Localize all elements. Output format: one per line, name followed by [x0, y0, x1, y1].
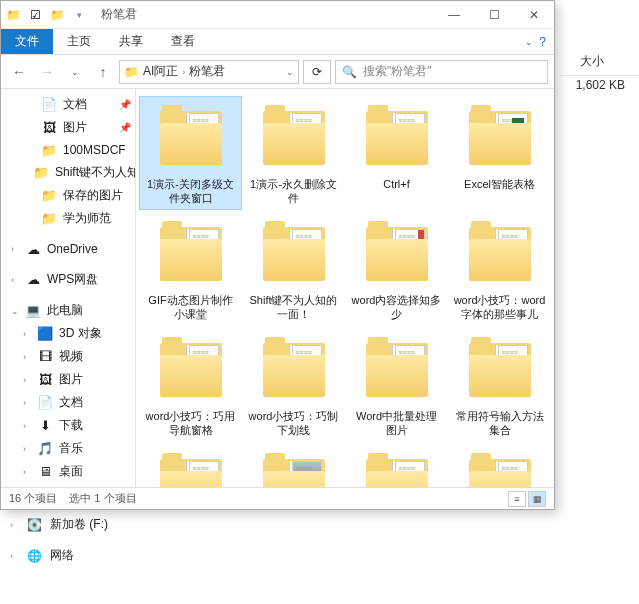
up-button[interactable]: ↑	[91, 60, 115, 84]
folder-item[interactable]: ≡≡≡≡≡≡≡≡≡≡≡≡word小技巧：巧用导航窗格	[140, 329, 241, 441]
item-icon: 📁	[41, 188, 57, 204]
folder-item[interactable]: ≡≡≡≡≡≡≡≡≡≡≡≡word小技巧：word字体的那些事儿	[449, 213, 550, 325]
item-label: word小技巧：word字体的那些事儿	[454, 293, 546, 321]
folder-thumbnail: ≡≡≡≡≡≡≡≡≡≡≡≡	[258, 333, 330, 405]
folder-item[interactable]: ≡≡≡≡≡≡≡≡≡≡≡≡	[449, 445, 550, 487]
tree-item[interactable]: ›☁OneDrive	[1, 238, 135, 260]
search-placeholder: 搜索"粉笔君"	[363, 63, 432, 80]
expand-ribbon-icon[interactable]: ⌄	[525, 37, 533, 47]
chevron-right-icon[interactable]: ›	[182, 67, 185, 77]
content-pane[interactable]: ≡≡≡≡≡≡≡≡≡≡≡≡1演示-关闭多级文件夹窗口≡≡≡≡≡≡≡≡≡≡≡≡1演示…	[136, 89, 554, 487]
view-switcher: ≡ ▦	[508, 491, 546, 507]
navbar: ← → ⌄ ↑ 📁 AI阿正 › 粉笔君 ⌄ ⟳ 🔍 搜索"粉笔君"	[1, 55, 554, 89]
folder-thumbnail: ≡≡≡≡≡≡≡≡≡≡≡≡	[464, 449, 536, 487]
chevron-icon: ›	[23, 329, 31, 339]
folder-item[interactable]: ≡≡≡≡≡≡≡≡≡≡≡≡1演示-关闭多级文件夹窗口	[140, 97, 241, 209]
tab-share[interactable]: 共享	[105, 29, 157, 54]
refresh-button[interactable]: ⟳	[303, 60, 331, 84]
item-label: 常用符号输入方法集合	[454, 409, 546, 437]
folder-item[interactable]: ≡≡≡≡≡≡≡≡≡≡≡≡word小技巧：巧制下划线	[243, 329, 344, 441]
folder-item[interactable]: ≡≡≡≡≡≡≡≡≡≡≡≡Shift键不为人知的一面！	[243, 213, 344, 325]
tree-item[interactable]: ›📄文档	[1, 391, 135, 414]
item-icon: ⬇	[37, 418, 53, 434]
folder-item[interactable]: ≡≡≡≡≡≡≡≡≡≡≡≡GIF动态图片制作小课堂	[140, 213, 241, 325]
item-icon: 🎵	[37, 441, 53, 457]
forward-button[interactable]: →	[35, 60, 59, 84]
network-icon: 🌐	[26, 548, 42, 564]
tab-file[interactable]: 文件	[1, 29, 53, 54]
folder-item[interactable]: ≡≡≡≡≡≡≡≡≡≡≡≡word内容选择知多少	[346, 213, 447, 325]
folder-thumbnail: ≡≡≡≡≡≡≡≡≡≡≡≡	[361, 101, 433, 173]
item-label: Excel智能表格	[464, 177, 535, 191]
minimize-button[interactable]: —	[434, 1, 474, 29]
tree-item[interactable]: ›🎵音乐	[1, 437, 135, 460]
folder-item[interactable]: ≡≡≡≡≡≡≡≡≡≡≡≡Ctrl+f	[346, 97, 447, 209]
folder-thumbnail: ≡≡≡≡≡≡≡≡≡≡≡≡	[155, 217, 227, 289]
tree-item[interactable]: ›🖼图片	[1, 368, 135, 391]
details-view-button[interactable]: ≡	[508, 491, 526, 507]
background-tree: › 💽 新加卷 (F:) › 🌐 网络	[10, 516, 108, 564]
recent-dropdown-icon[interactable]: ⌄	[63, 60, 87, 84]
nav-tree[interactable]: 📄文档📌🖼图片📌📁100MSDCF📁Shift键不为人知📁保存的图片📁学为师范›…	[1, 89, 136, 487]
folder-item[interactable]: ≡≡≡≡≡≡≡≡≡≡≡≡Word中批量处理图片	[346, 329, 447, 441]
tree-item[interactable]: ›☁WPS网盘	[1, 268, 135, 291]
tree-item[interactable]: ›🎞视频	[1, 345, 135, 368]
body: 📄文档📌🖼图片📌📁100MSDCF📁Shift键不为人知📁保存的图片📁学为师范›…	[1, 89, 554, 487]
chevron-icon: ⌄	[11, 306, 19, 316]
folder-item[interactable]: ≡≡≡≡≡≡≡≡≡≡≡≡	[243, 445, 344, 487]
tree-label: 保存的图片	[63, 187, 123, 204]
tree-item[interactable]: ⌄💻此电脑	[1, 299, 135, 322]
item-label: word内容选择知多少	[351, 293, 443, 321]
tree-item[interactable]: 📁100MSDCF	[1, 139, 135, 161]
ribbon-help: ⌄ ?	[525, 29, 554, 54]
folder-item[interactable]: ≡≡≡≡≡≡≡≡≡≡≡≡Excel智能表格	[449, 97, 550, 209]
address-bar[interactable]: 📁 AI阿正 › 粉笔君 ⌄	[119, 60, 299, 84]
tab-home[interactable]: 主页	[53, 29, 105, 54]
pin-icon: 📌	[119, 99, 131, 110]
folder-thumbnail: ≡≡≡≡≡≡≡≡≡≡≡≡	[361, 449, 433, 487]
qat: 📁 ☑ 📁 ▾ 粉笔君	[1, 6, 137, 23]
bg-column-size[interactable]: 大小	[560, 48, 639, 76]
search-input[interactable]: 🔍 搜索"粉笔君"	[335, 60, 548, 84]
folder-item[interactable]: ≡≡≡≡≡≡≡≡≡≡≡≡	[346, 445, 447, 487]
tree-label: 学为师范	[63, 210, 111, 227]
qat-dropdown-icon[interactable]: ▾	[71, 7, 87, 23]
tree-item[interactable]: ›🟦3D 对象	[1, 322, 135, 345]
checkbox-icon[interactable]: ☑	[27, 7, 43, 23]
tab-view[interactable]: 查看	[157, 29, 209, 54]
item-icon: 📄	[41, 97, 57, 113]
item-icon: 📁	[41, 142, 57, 158]
breadcrumb[interactable]: 粉笔君	[189, 63, 225, 80]
chevron-icon: ›	[11, 275, 19, 285]
tree-item[interactable]: ›⬇下载	[1, 414, 135, 437]
item-icon: ☁	[25, 241, 41, 257]
tree-item-network[interactable]: › 🌐 网络	[10, 547, 108, 564]
chevron-icon: ›	[23, 467, 31, 477]
folder-item[interactable]: ≡≡≡≡≡≡≡≡≡≡≡≡常用符号输入方法集合	[449, 329, 550, 441]
titlebar: 📁 ☑ 📁 ▾ 粉笔君 — ☐ ✕	[1, 1, 554, 29]
tree-item[interactable]: 📁Shift键不为人知	[1, 161, 135, 184]
folder-thumbnail: ≡≡≡≡≡≡≡≡≡≡≡≡	[464, 101, 536, 173]
thumbnails-view-button[interactable]: ▦	[528, 491, 546, 507]
breadcrumb[interactable]: AI阿正	[143, 63, 178, 80]
tree-item[interactable]: 📁学为师范	[1, 207, 135, 230]
item-icon: 🖼	[37, 372, 53, 388]
folder-item[interactable]: ≡≡≡≡≡≡≡≡≡≡≡≡	[140, 445, 241, 487]
help-icon[interactable]: ?	[539, 35, 546, 49]
tree-item[interactable]: ›🖥桌面	[1, 460, 135, 483]
chevron-icon: ›	[23, 444, 31, 454]
tree-item-drive[interactable]: › 💽 新加卷 (F:)	[10, 516, 108, 533]
folder-thumbnail: ≡≡≡≡≡≡≡≡≡≡≡≡	[258, 449, 330, 487]
tree-label: 网络	[50, 547, 74, 564]
folder-thumbnail: ≡≡≡≡≡≡≡≡≡≡≡≡	[258, 217, 330, 289]
tree-item[interactable]: 📁保存的图片	[1, 184, 135, 207]
tree-item[interactable]: 🖼图片📌	[1, 116, 135, 139]
back-button[interactable]: ←	[7, 60, 31, 84]
maximize-button[interactable]: ☐	[474, 1, 514, 29]
item-icon: 📁	[41, 211, 57, 227]
tree-label: 100MSDCF	[63, 143, 126, 157]
close-button[interactable]: ✕	[514, 1, 554, 29]
tree-item[interactable]: 📄文档📌	[1, 93, 135, 116]
chevron-down-icon[interactable]: ⌄	[286, 67, 294, 77]
folder-item[interactable]: ≡≡≡≡≡≡≡≡≡≡≡≡1演示-永久删除文件	[243, 97, 344, 209]
